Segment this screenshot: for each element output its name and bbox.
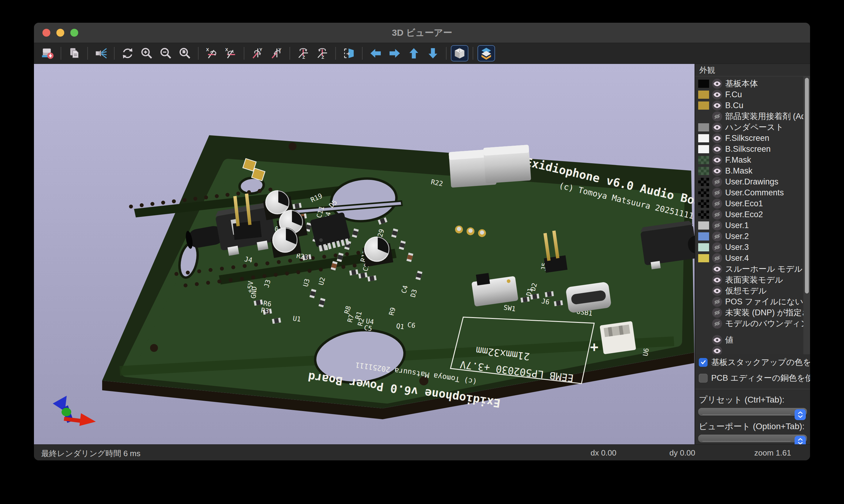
flip-board-button[interactable] [340, 45, 358, 61]
drill-hole [217, 280, 221, 284]
layer-row[interactable]: モデルのバウンディング [698, 318, 810, 329]
rotate-z-ccw-button[interactable]: Z [313, 45, 331, 61]
use-stackup-colors-row[interactable]: 基板スタックアップの色を使用 [695, 354, 810, 370]
move-down-button[interactable] [424, 45, 442, 61]
visibility-on-icon[interactable] [712, 264, 722, 274]
visibility-off-icon[interactable] [712, 199, 722, 209]
layer-color-swatch[interactable] [698, 91, 709, 99]
drill-hole [236, 192, 240, 195]
visibility-on-icon[interactable] [712, 346, 722, 355]
move-right-button[interactable] [386, 45, 403, 61]
layer-row[interactable]: User.1 [698, 220, 810, 231]
layer-row[interactable]: User.3 [698, 242, 810, 253]
visibility-on-icon[interactable] [712, 122, 722, 132]
refresh-view-button[interactable] [119, 45, 136, 61]
visibility-off-icon[interactable] [712, 188, 722, 198]
layer-row[interactable]: User.2 [698, 231, 810, 242]
visibility-on-icon[interactable] [712, 155, 722, 165]
zoom-out-button[interactable] [157, 45, 175, 61]
layer-color-swatch[interactable] [698, 221, 709, 230]
export-image-button[interactable] [39, 45, 56, 61]
layer-color-swatch[interactable] [698, 80, 709, 88]
layer-color-swatch[interactable] [698, 178, 709, 186]
layer-row[interactable]: User.Drawings [698, 176, 810, 187]
layer-row[interactable]: User.4 [698, 253, 810, 264]
layer-color-swatch[interactable] [698, 200, 709, 208]
layer-row[interactable]: POS ファイルにないモ [698, 296, 810, 307]
layer-row[interactable] [698, 345, 810, 354]
rotate-z-cw-button[interactable]: Z [294, 45, 312, 61]
layer-row[interactable]: 値 [698, 335, 810, 345]
layer-row[interactable]: 基板本体 [698, 78, 810, 89]
layer-color-swatch[interactable] [698, 243, 709, 251]
visibility-on-icon[interactable] [712, 133, 722, 143]
layer-row[interactable]: 仮想モデル [698, 285, 810, 296]
checkbox-unchecked-icon[interactable] [699, 374, 708, 382]
layer-row[interactable]: 表面実装モデル [698, 274, 810, 285]
move-left-button[interactable] [367, 45, 384, 61]
visibility-off-icon[interactable] [712, 220, 722, 231]
layer-row[interactable]: B.Silkscreen [698, 144, 810, 155]
visibility-on-icon[interactable] [712, 101, 722, 111]
layer-color-swatch[interactable] [698, 145, 709, 153]
scrollbar-track[interactable] [803, 76, 810, 354]
viewport-dropdown[interactable] [698, 435, 807, 443]
layer-row[interactable]: F.Mask [698, 155, 810, 165]
layer-row[interactable]: User.Eco2 [698, 209, 810, 220]
checkbox-checked-icon[interactable] [699, 358, 708, 367]
layer-color-swatch[interactable] [698, 232, 709, 240]
visibility-off-icon[interactable] [712, 297, 722, 307]
visibility-on-icon[interactable] [712, 286, 722, 296]
layer-color-swatch[interactable] [698, 156, 709, 164]
visibility-off-icon[interactable] [712, 231, 722, 241]
layer-row[interactable]: ハンダペースト [698, 122, 810, 133]
layer-color-swatch[interactable] [698, 102, 709, 110]
visibility-off-icon[interactable] [712, 177, 722, 187]
zoom-to-fit-button[interactable] [176, 45, 194, 61]
rotate-x-cw-button[interactable]: X [203, 45, 220, 61]
visibility-off-icon[interactable] [712, 242, 722, 252]
layer-row[interactable]: スルーホール モデル [698, 264, 810, 274]
rotate-x-ccw-button[interactable]: X [222, 45, 240, 61]
silkscreen-text: U6 [641, 347, 650, 357]
scrollbar-thumb[interactable] [805, 78, 809, 293]
layer-color-swatch[interactable] [698, 254, 709, 262]
layer-color-swatch[interactable] [698, 189, 709, 197]
appearance-panel-toggle[interactable] [478, 45, 495, 61]
visibility-off-icon[interactable] [712, 319, 722, 329]
visibility-on-icon[interactable] [712, 90, 722, 100]
layer-color-swatch[interactable] [698, 167, 709, 175]
layer-row[interactable]: B.Mask [698, 165, 810, 176]
rotate-y-ccw-button[interactable]: Y [268, 45, 285, 61]
use-pcb-editor-copper-row[interactable]: PCB エディターの銅色を使用 [695, 370, 810, 386]
preset-dropdown[interactable] [698, 408, 807, 416]
visibility-off-icon[interactable] [712, 210, 722, 220]
copy-image-button[interactable] [66, 45, 83, 61]
visibility-off-icon[interactable] [712, 253, 722, 263]
visibility-on-icon[interactable] [712, 275, 722, 285]
layer-color-swatch[interactable] [698, 134, 709, 142]
visibility-on-icon[interactable] [712, 144, 722, 154]
layer-row[interactable]: F.Silkscreen [698, 133, 810, 144]
visibility-on-icon[interactable] [712, 166, 722, 176]
layer-row[interactable]: 未実装 (DNP) が指定さ [698, 307, 810, 318]
layer-row[interactable]: B.Cu [698, 100, 810, 111]
3d-viewport[interactable]: Exidiophone v6.0 Audio Board(c) Tomoya M… [34, 64, 694, 444]
layer-row[interactable]: User.Comments [698, 187, 810, 198]
visibility-off-icon[interactable] [712, 111, 722, 122]
rotate-y-cw-button[interactable]: Y [248, 45, 266, 61]
move-up-button[interactable] [405, 45, 423, 61]
layer-color-swatch[interactable] [698, 211, 709, 219]
layer-color-swatch[interactable] [698, 123, 709, 131]
raytracing-button[interactable] [92, 45, 110, 61]
layer-row[interactable]: 部品実装用接着剤 (Adh [698, 111, 810, 122]
layer-row[interactable]: F.Cu [698, 89, 810, 100]
layer-row[interactable]: User.Eco1 [698, 198, 810, 209]
zoom-in-button[interactable] [138, 45, 156, 61]
dropdown-stepper-icon[interactable] [795, 409, 806, 420]
visibility-off-icon[interactable] [712, 308, 722, 318]
orthographic-projection-toggle[interactable] [451, 45, 468, 61]
3d-viewport-scene[interactable]: Exidiophone v6.0 Audio Board(c) Tomoya M… [34, 64, 694, 444]
visibility-on-icon[interactable] [712, 335, 722, 345]
visibility-on-icon[interactable] [712, 79, 722, 89]
